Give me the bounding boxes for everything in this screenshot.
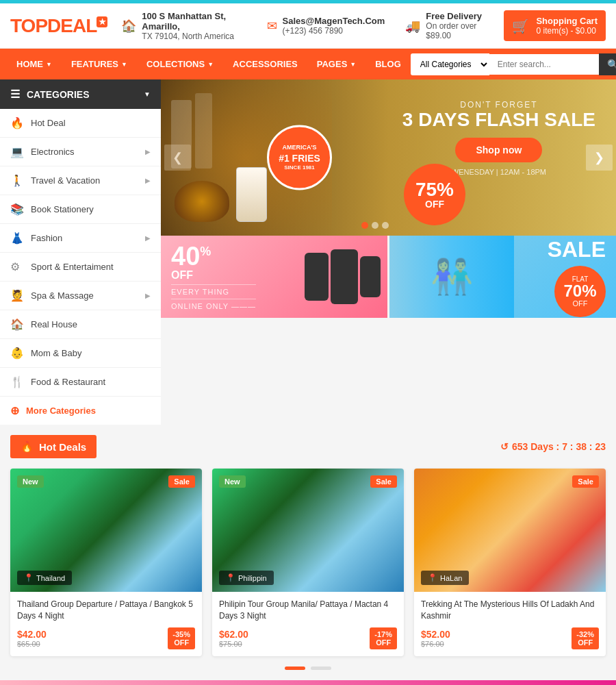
sub-banner-2-text: SALE FLAT 70% OFF — [548, 237, 606, 317]
pin-icon-philippine: 📍 — [226, 573, 235, 582]
badge-sale-philippine: Sale — [370, 475, 397, 488]
sidebar-item-realhouse[interactable]: 🏠 Real House — [0, 310, 161, 339]
email-info: ✉ Sales@MagenTech.Com (+123) 456 7890 — [267, 11, 385, 41]
sale-badge-70: FLAT 70% OFF — [554, 266, 606, 317]
sub-banner-sale-40: 40% OFF EVERY THING ONLINE ONLY ——— — [161, 236, 387, 318]
delivery-line2: On order over $89.00 — [426, 21, 476, 40]
nav-home-arrow: ▼ — [46, 61, 52, 68]
top-info: 🏠 100 S Manhattan St, Amarillo, TX 79104… — [121, 11, 490, 41]
search-input[interactable] — [489, 54, 599, 75]
product-grid: New Sale 📍 Thailand Thailand Group Depar… — [10, 469, 606, 656]
sidebar-item-book[interactable]: 📚 Book Stationery — [0, 195, 161, 224]
america-badge: AMERICA'S — [282, 144, 316, 152]
sidebar-dropdown-icon: ▼ — [144, 90, 151, 98]
sidebar-item-hotdeal[interactable]: 🔥 Hot Deal — [0, 109, 161, 138]
chevron-right-icon-travel: ▶ — [145, 177, 151, 184]
sidebar-label-sport: Sport & Entertaiment — [31, 262, 114, 272]
product-img-philippine: New Sale 📍 Philippin — [212, 469, 404, 592]
hero-dots — [361, 222, 389, 229]
carousel-dot-2[interactable] — [311, 667, 331, 670]
sidebar-label-realhouse: Real House — [31, 319, 77, 329]
delivery-icon: 🚚 — [405, 18, 420, 34]
badge-new-thailand: New — [17, 475, 44, 488]
shop-now-button[interactable]: Shop now — [455, 138, 542, 162]
carousel-dot-1[interactable] — [285, 667, 305, 670]
hot-deals-timer: ↺ 653 Days : 7 : 38 : 23 — [500, 441, 606, 452]
price-old-thailand: $65.00 — [17, 640, 47, 648]
product-card-philippine: New Sale 📍 Philippin Philipin Tour Group… — [212, 469, 404, 656]
phone-1 — [305, 253, 329, 301]
search-category-select[interactable]: All Categories — [411, 53, 489, 75]
address-icon: 🏠 — [121, 18, 136, 34]
nav-collections-arrow: ▼ — [207, 61, 214, 68]
discount-badge-holland: -32%OFF — [572, 627, 599, 649]
nav-pages[interactable]: PAGES ▼ — [307, 49, 365, 79]
sidebar-label-mombaby: Mom & Baby — [31, 348, 81, 358]
sub-banner-2-sale: SALE — [548, 237, 606, 262]
price-row-thailand: $42.00 $65.00 -35%OFF — [17, 627, 195, 649]
sidebar-item-travel[interactable]: 🚶 Travel & Vacation ▶ — [0, 166, 161, 195]
product-card-thailand: New Sale 📍 Thailand Thailand Group Depar… — [10, 469, 202, 656]
price-old-holland: $76.00 — [421, 640, 450, 648]
phone-2 — [331, 249, 358, 304]
cart-button[interactable]: 🛒 Shopping Cart 0 item(s) - $0.00 — [504, 10, 606, 41]
sidebar-label-fashion: Fashion — [31, 233, 62, 243]
location-philippine: 📍 Philippin — [219, 571, 274, 585]
product-title-philippine: Philipin Tour Group Manila/ Pattaya / Ma… — [219, 599, 397, 622]
price-row-holland: $52.00 $76.00 -32%OFF — [421, 627, 599, 649]
sub-banner-1-line1: EVERY THING — [171, 284, 256, 296]
hero-title: 3 DAYS FLASH SALE — [402, 110, 595, 131]
email-line2: (+123) 456 7890 — [283, 26, 343, 36]
address-line2: TX 79104, North America — [142, 32, 234, 41]
more-categories-button[interactable]: ⊕ More Categories — [0, 397, 161, 425]
address-info: 🏠 100 S Manhattan St, Amarillo, TX 79104… — [121, 11, 246, 41]
product-info-holland: Trekking At The Mysterious Hills Of Lada… — [414, 592, 606, 656]
hero-dot-3[interactable] — [382, 222, 389, 229]
hero-dot-2[interactable] — [372, 222, 378, 229]
cart-items: 0 item(s) - $0.00 — [536, 26, 595, 36]
hero-discount-badge: 75% OFF — [404, 164, 465, 225]
badge-new-philippine: New — [219, 475, 246, 488]
cart-label: Shopping Cart — [536, 16, 598, 26]
sidebar-item-electronics[interactable]: 💻 Electronics ▶ — [0, 138, 161, 166]
nav-accessories[interactable]: ACCESSORIES — [223, 49, 307, 79]
electronics-icon: 💻 — [10, 145, 24, 158]
price-new-thailand: $42.00 — [17, 629, 47, 640]
sidebar-item-fashion[interactable]: 👗 Fashion ▶ — [0, 224, 161, 253]
product-title-thailand: Thailand Group Departure / Pattaya / Ban… — [17, 599, 195, 622]
flame-icon: 🔥 — [21, 440, 34, 453]
sidebar-label-hotdeal: Hot Deal — [31, 118, 66, 128]
sub-banner-sale-70: 👫 SALE FLAT 70% OFF — [389, 236, 616, 318]
sidebar-label-book: Book Stationery — [31, 204, 94, 214]
sidebar-item-mombaby[interactable]: 👶 Mom & Baby — [0, 339, 161, 368]
sidebar-item-food[interactable]: 🍴 Food & Restaurant — [0, 368, 161, 397]
sidebar-title: CATEGORIES — [27, 89, 90, 100]
email-line1: Sales@MagenTech.Com — [283, 16, 385, 26]
logo-sup: ★ — [97, 16, 107, 27]
discount-badge-philippine: -17%OFF — [370, 627, 397, 649]
nav-home[interactable]: HOME ▼ — [7, 49, 62, 79]
address-line1: 100 S Manhattan St, Amarillo, — [142, 11, 246, 32]
top-header: TOPDEAL★ 🏠 100 S Manhattan St, Amarillo,… — [0, 3, 616, 49]
nav-collections[interactable]: COLECTIONS ▼ — [137, 49, 223, 79]
badge-sale-thailand: Sale — [168, 475, 195, 488]
price-old-philippine: $75.00 — [219, 640, 248, 648]
nav-blog[interactable]: BLOG — [365, 49, 411, 79]
sub-banner-1-line2: ONLINE ONLY ——— — [171, 299, 256, 310]
delivery-line1: Free Delivery — [426, 11, 490, 21]
search-button[interactable]: 🔍 — [599, 53, 616, 75]
nav-features[interactable]: FEATURES ▼ — [62, 49, 137, 79]
hero-dot-1[interactable] — [361, 222, 368, 229]
location-label-holland: HaLan — [440, 574, 462, 582]
sidebar-item-spa[interactable]: 💆 Spa & Massage ▶ — [0, 282, 161, 310]
realhouse-icon: 🏠 — [10, 318, 24, 331]
chevron-right-icon-fashion: ▶ — [145, 234, 151, 242]
sidebar-item-sport[interactable]: ⚙ Sport & Entertaiment — [0, 253, 161, 282]
carousel-dots — [10, 667, 606, 670]
sub-banner-2-people: 👫 — [389, 236, 514, 318]
location-holland: 📍 HaLan — [421, 571, 469, 585]
location-thailand: 📍 Thailand — [17, 571, 72, 585]
hot-deals-section: 🔥 Hot Deals ↺ 653 Days : 7 : 38 : 23 New… — [0, 425, 616, 680]
site-logo[interactable]: TOPDEAL★ — [10, 15, 107, 37]
phone-visual — [305, 236, 381, 318]
